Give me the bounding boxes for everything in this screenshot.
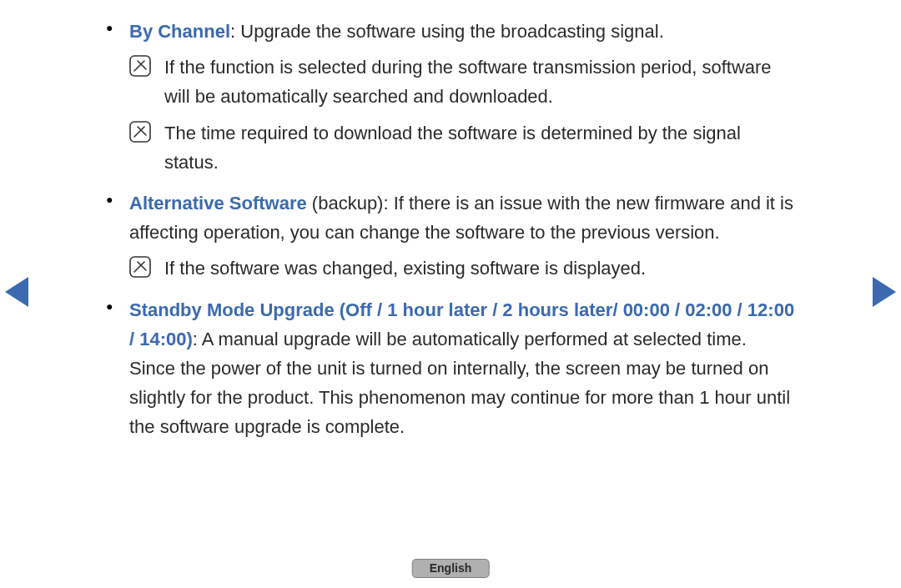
language-label: English: [430, 561, 472, 575]
term-suffix: : A manual upgrade will be automatically…: [129, 329, 790, 438]
term-label: Alternative Software: [129, 193, 307, 214]
note-line: If the function is selected during the s…: [164, 53, 797, 111]
note-icon: [129, 256, 151, 278]
note-text: If the function is selected during the s…: [164, 57, 772, 107]
term-label: By Channel: [129, 21, 230, 42]
note-line: If the software was changed, existing so…: [164, 254, 797, 283]
note-text: The time required to download the softwa…: [164, 123, 741, 173]
prev-page-arrow[interactable]: [5, 277, 28, 307]
list-item: Alternative Software (backup): If there …: [129, 188, 797, 247]
term-suffix: : Upgrade the software using the broadca…: [230, 21, 664, 42]
note-text: If the software was changed, existing so…: [164, 258, 646, 279]
list-item: By Channel: Upgrade the software using t…: [129, 17, 797, 46]
next-page-arrow[interactable]: [873, 277, 896, 307]
content-area: By Channel: Upgrade the software using t…: [104, 17, 797, 448]
note-icon: [129, 55, 151, 77]
language-badge: English: [412, 559, 490, 578]
note-line: The time required to download the softwa…: [164, 118, 797, 177]
list-item: Standby Mode Upgrade (Off / 1 hour later…: [129, 295, 797, 442]
note-icon: [129, 121, 151, 143]
